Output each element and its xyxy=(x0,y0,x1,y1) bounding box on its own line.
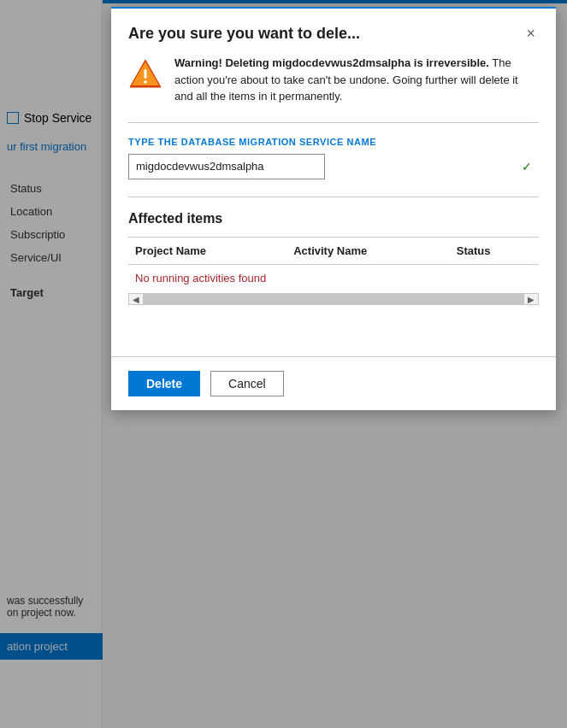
input-section-label: TYPE THE DATABASE MIGRATION SERVICE NAME xyxy=(128,137,539,147)
table-row-no-activities: No running activities found xyxy=(128,264,539,291)
modal-footer: Delete Cancel xyxy=(111,356,556,410)
warning-icon xyxy=(128,56,162,91)
affected-items-table: Project Name Activity Name Status No run… xyxy=(128,238,539,291)
warning-section: Warning! Deleting migdocdevwus2dmsalpha … xyxy=(128,55,539,105)
svg-rect-2 xyxy=(145,69,147,79)
service-name-input[interactable] xyxy=(128,154,325,179)
col-activity-name: Activity Name xyxy=(286,238,450,265)
no-activities-message: No running activities found xyxy=(128,264,539,291)
warning-bold: Warning! Deleting migdocdevwus2dmsalpha … xyxy=(174,56,489,69)
affected-items-title: Affected items xyxy=(128,211,539,226)
modal-header: Are you sure you want to dele... × xyxy=(111,9,556,55)
warning-divider xyxy=(128,122,539,123)
warning-text: Warning! Deleting migdocdevwus2dmsalpha … xyxy=(174,55,539,105)
horizontal-scrollbar[interactable]: ◀ ▶ xyxy=(128,293,539,305)
input-checkmark-icon: ✓ xyxy=(522,160,532,173)
col-status: Status xyxy=(450,238,539,265)
modal-title: Are you sure you want to dele... xyxy=(128,25,360,43)
modal-close-button[interactable]: × xyxy=(523,24,539,43)
scroll-right-icon[interactable]: ▶ xyxy=(524,294,538,306)
form-divider xyxy=(128,197,539,197)
svg-point-3 xyxy=(144,80,147,84)
col-project-name: Project Name xyxy=(128,238,286,265)
input-wrapper: ✓ xyxy=(128,154,539,179)
cancel-button[interactable]: Cancel xyxy=(210,371,284,396)
modal-dialog: Are you sure you want to dele... × Warni… xyxy=(111,7,556,410)
modal-body: Warning! Deleting migdocdevwus2dmsalpha … xyxy=(111,55,556,322)
delete-button[interactable]: Delete xyxy=(128,371,200,396)
scroll-left-icon[interactable]: ◀ xyxy=(129,294,143,306)
scrollbar-thumb[interactable] xyxy=(143,294,524,304)
